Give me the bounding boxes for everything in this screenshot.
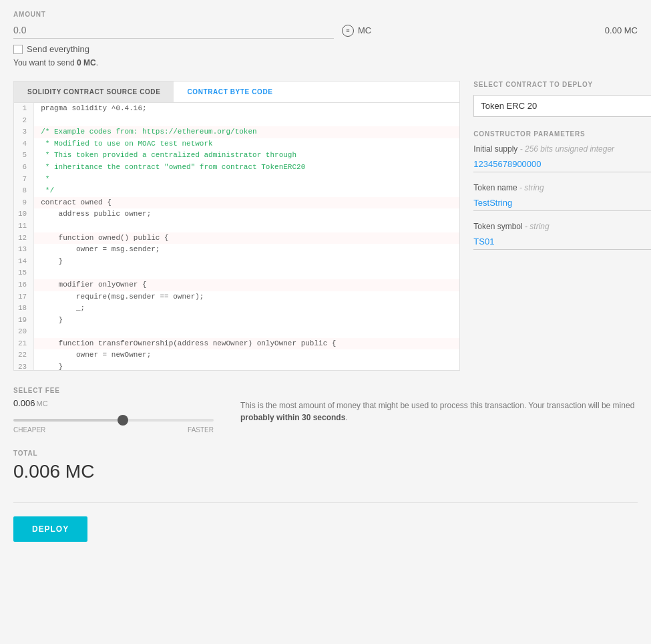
line-number: 5: [14, 150, 34, 162]
line-number: 21: [14, 338, 34, 350]
deploy-button[interactable]: DEPLOY: [13, 516, 87, 542]
line-number: 10: [14, 208, 34, 220]
send-everything-label[interactable]: Send everything: [27, 44, 89, 54]
fee-left: 0.006MC CHEAPER FASTER: [13, 398, 214, 434]
constructor-section: CONSTRUCTOR PARAMETERS Initial supply - …: [473, 130, 651, 250]
line-code: *: [34, 174, 460, 186]
you-want-prefix: You want to send: [13, 58, 77, 67]
table-row: 16 modifier onlyOwner {: [14, 279, 459, 291]
fee-label: SELECT FEE: [13, 387, 638, 394]
line-number: 16: [14, 279, 34, 291]
currency-badge: ≡ MC: [342, 25, 371, 37]
param-group: Token name - string: [473, 183, 651, 211]
send-everything-row: Send everything: [13, 44, 638, 54]
param-input-1[interactable]: [473, 195, 651, 211]
line-code: * Modified to use on MOAC test network: [34, 138, 460, 150]
table-row: 20: [14, 326, 459, 338]
table-row: 18 _;: [14, 303, 459, 315]
fee-slider[interactable]: [13, 419, 214, 422]
param-group: Initial supply - 256 bits unsigned integ…: [473, 144, 651, 172]
param-label: Initial supply - 256 bits unsigned integ…: [473, 144, 651, 154]
line-code: function transferOwnership(address newOw…: [34, 338, 460, 350]
line-number: 7: [14, 174, 34, 186]
label-faster: FASTER: [188, 426, 214, 434]
table-row: 5 * This token provided a centralized ad…: [14, 150, 459, 162]
line-code: [34, 220, 460, 232]
fee-value: 0.006MC: [13, 398, 214, 408]
table-row: 7 *: [14, 174, 459, 186]
line-code: modifier onlyOwner {: [34, 279, 460, 291]
param-group: Token symbol - string: [473, 222, 651, 250]
you-want-amount: 0 MC: [77, 58, 96, 67]
code-content: 1pragma solidity ^0.4.16;23/* Example co…: [14, 103, 459, 370]
table-row: 11: [14, 220, 459, 232]
send-everything-checkbox[interactable]: [13, 45, 23, 54]
you-want-suffix: .: [96, 58, 98, 67]
code-panel: SOLIDITY CONTRACT SOURCE CODE CONTRACT B…: [13, 81, 460, 371]
table-row: 21 function transferOwnership(address ne…: [14, 338, 459, 350]
fee-amount: 0.006: [13, 398, 35, 408]
contract-select[interactable]: Token ERC 20: [473, 95, 651, 117]
line-code: * This token provided a centralized admi…: [34, 150, 460, 162]
amount-row: ≡ MC 0.00 MC: [13, 22, 638, 39]
total-amount: 0.006 MC: [13, 461, 638, 482]
amount-balance: 0.00 MC: [605, 25, 638, 35]
tab-bytecode[interactable]: CONTRACT BYTE CODE: [174, 82, 286, 102]
table-row: 17 require(msg.sender == owner);: [14, 291, 459, 303]
slider-wrap: [13, 414, 214, 424]
line-code: pragma solidity ^0.4.16;: [34, 103, 460, 115]
line-code: owner = msg.sender;: [34, 244, 460, 256]
currency-icon: ≡: [342, 25, 354, 37]
fee-section: SELECT FEE 0.006MC CHEAPER FASTER This i…: [13, 387, 638, 434]
line-number: 19: [14, 315, 34, 327]
line-number: 14: [14, 256, 34, 268]
line-code: * inheritance the contract "owned" from …: [34, 162, 460, 174]
contract-section: SOLIDITY CONTRACT SOURCE CODE CONTRACT B…: [13, 81, 638, 371]
table-row: 10 address public owner;: [14, 208, 459, 220]
total-label: TOTAL: [13, 450, 638, 457]
line-number: 18: [14, 303, 34, 315]
constructor-label: CONSTRUCTOR PARAMETERS: [473, 130, 651, 138]
table-row: 8 */: [14, 185, 459, 197]
total-section: TOTAL 0.006 MC: [13, 450, 638, 482]
table-row: 4 * Modified to use on MOAC test network: [14, 138, 459, 150]
fee-desc-text: This is the most amount of money that mi…: [240, 401, 634, 410]
page-container: AMOUNT ≡ MC 0.00 MC Send everything You …: [0, 0, 651, 644]
amount-input[interactable]: [13, 22, 334, 39]
line-number: 1: [14, 103, 34, 115]
line-number: 20: [14, 326, 34, 338]
table-row: 1pragma solidity ^0.4.16;: [14, 103, 459, 115]
amount-input-wrap: [13, 22, 334, 39]
slider-labels: CHEAPER FASTER: [13, 426, 214, 434]
param-input-0[interactable]: [473, 156, 651, 172]
line-code: */: [34, 185, 460, 197]
fee-row: 0.006MC CHEAPER FASTER This is the most …: [13, 398, 638, 434]
line-code: [34, 115, 460, 127]
line-number: 17: [14, 291, 34, 303]
line-number: 2: [14, 115, 34, 127]
line-code: }: [34, 315, 460, 327]
code-tabs: SOLIDITY CONTRACT SOURCE CODE CONTRACT B…: [14, 82, 459, 103]
line-code: address public owner;: [34, 208, 460, 220]
param-label: Token symbol - string: [473, 222, 651, 231]
tab-source[interactable]: SOLIDITY CONTRACT SOURCE CODE: [14, 82, 174, 102]
table-row: 23 }: [14, 361, 459, 370]
line-code: [34, 267, 460, 279]
currency-label: MC: [358, 25, 371, 35]
amount-section: AMOUNT ≡ MC 0.00 MC Send everything You …: [13, 11, 638, 67]
table-row: 12 function owned() public {: [14, 232, 459, 245]
fee-desc-bold: probably within 30 seconds: [240, 413, 345, 422]
param-input-2[interactable]: [473, 234, 651, 250]
select-contract-label: SELECT CONTRACT TO DEPLOY: [473, 81, 651, 88]
table-row: 22 owner = newOwner;: [14, 349, 459, 361]
table-row: 6 * inheritance the contract "owned" fro…: [14, 162, 459, 174]
table-row: 9contract owned {: [14, 197, 459, 209]
line-number: 8: [14, 185, 34, 197]
line-code: owner = newOwner;: [34, 349, 460, 361]
line-number: 15: [14, 267, 34, 279]
label-cheaper: CHEAPER: [13, 426, 45, 434]
table-row: 2: [14, 115, 459, 127]
line-number: 4: [14, 138, 34, 150]
param-label: Token name - string: [473, 183, 651, 192]
right-panel: SELECT CONTRACT TO DEPLOY Token ERC 20 C…: [473, 81, 651, 371]
